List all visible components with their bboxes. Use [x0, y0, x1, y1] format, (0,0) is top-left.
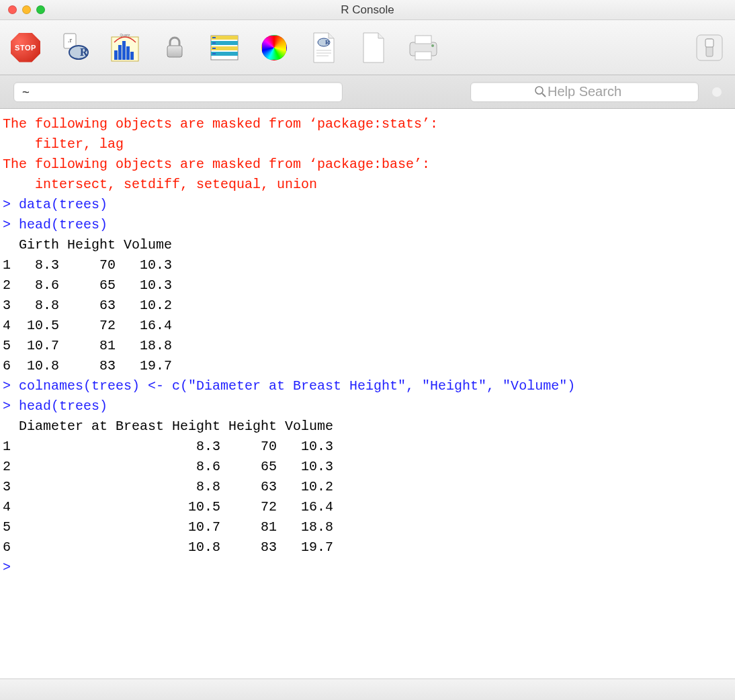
data-manager-button[interactable]: [208, 32, 241, 64]
color-wheel-icon: [261, 35, 287, 60]
console-output[interactable]: The following objects are masked from ‘p…: [0, 109, 735, 679]
console-line: The following objects are masked from ‘p…: [3, 155, 732, 175]
console-line: 1 8.3 70 10.3: [3, 255, 732, 275]
svg-rect-7: [118, 45, 122, 60]
lock-button[interactable]: [159, 32, 191, 64]
svg-text:R: R: [80, 46, 88, 58]
new-document-button[interactable]: [357, 32, 390, 64]
blank-document-icon: [361, 32, 386, 64]
console-line: Diameter at Breast Height Height Volume: [3, 417, 732, 437]
zoom-window-button[interactable]: [36, 5, 45, 14]
console-line: > head(trees): [3, 215, 732, 235]
svg-rect-20: [212, 53, 216, 54]
minimize-window-button[interactable]: [22, 5, 31, 14]
lock-icon: [162, 34, 187, 61]
r-script-icon: .r R: [60, 32, 91, 63]
console-line: The following objects are masked from ‘p…: [3, 114, 732, 134]
r-document-icon: R: [311, 32, 337, 64]
svg-rect-10: [130, 52, 134, 60]
svg-rect-27: [415, 36, 431, 44]
status-indicator: [712, 87, 722, 97]
console-line: 3 8.8 63 10.2: [3, 296, 732, 316]
console-line: intersect, setdiff, setequal, union: [3, 175, 732, 195]
svg-line-34: [542, 93, 546, 97]
svg-rect-18: [212, 42, 216, 44]
console-line: 6 10.8 83 19.7: [3, 356, 732, 376]
svg-rect-17: [212, 37, 216, 38]
svg-rect-6: [114, 50, 118, 60]
toolbar: STOP .r R Quartz: [0, 20, 735, 75]
console-line: 5 10.7 81 18.8: [3, 517, 732, 537]
console-line: 1 8.3 70 10.3: [3, 437, 732, 457]
quartz-plot-button[interactable]: Quartz: [109, 32, 141, 64]
console-line: 6 10.8 83 19.7: [3, 537, 732, 558]
footer-bar: [0, 679, 735, 700]
open-r-doc-button[interactable]: R: [308, 32, 340, 64]
console-line: 4 10.5 72 16.4: [3, 316, 732, 336]
working-directory-input[interactable]: [13, 82, 343, 102]
console-line: 2 8.6 65 10.3: [3, 275, 732, 296]
window-controls: [0, 5, 45, 14]
stop-button[interactable]: STOP: [9, 32, 42, 64]
colors-button[interactable]: [258, 32, 290, 64]
svg-point-29: [431, 44, 434, 47]
source-script-button[interactable]: .r R: [59, 32, 91, 64]
close-window-button[interactable]: [8, 5, 17, 14]
help-search-input[interactable]: [470, 82, 699, 102]
svg-rect-28: [415, 52, 431, 60]
help-search-wrap: [470, 82, 699, 102]
console-line: 2 8.6 65 10.3: [3, 457, 732, 477]
console-line: > head(trees): [3, 396, 732, 417]
window-title: R Console: [0, 3, 735, 17]
console-line: > colnames(trees) <- c("Diameter at Brea…: [3, 376, 732, 396]
svg-rect-32: [705, 39, 714, 47]
svg-text:Quartz: Quartz: [120, 33, 130, 37]
svg-rect-9: [126, 46, 130, 60]
svg-rect-19: [212, 48, 216, 49]
svg-text:R: R: [325, 39, 330, 46]
titlebar: R Console: [0, 0, 735, 20]
histogram-icon: Quartz: [110, 33, 140, 62]
switch-icon: [695, 34, 724, 62]
svg-text:.r: .r: [68, 36, 73, 44]
printer-icon: [407, 34, 439, 61]
console-line: Girth Height Volume: [3, 235, 732, 255]
console-line: > data(trees): [3, 195, 732, 215]
list-icon: [210, 33, 239, 62]
console-line: 3 8.8 63 10.2: [3, 477, 732, 497]
stop-icon: STOP: [11, 33, 40, 62]
search-icon: [534, 85, 546, 97]
svg-rect-11: [167, 46, 182, 57]
path-search-bar: [0, 75, 735, 109]
toggle-button[interactable]: [693, 32, 726, 64]
print-button[interactable]: [407, 32, 439, 64]
svg-point-33: [535, 87, 543, 94]
svg-rect-8: [122, 41, 126, 60]
console-line: >: [3, 558, 732, 578]
console-line: 5 10.7 81 18.8: [3, 336, 732, 356]
console-line: filter, lag: [3, 134, 732, 155]
console-line: 4 10.5 72 16.4: [3, 497, 732, 517]
